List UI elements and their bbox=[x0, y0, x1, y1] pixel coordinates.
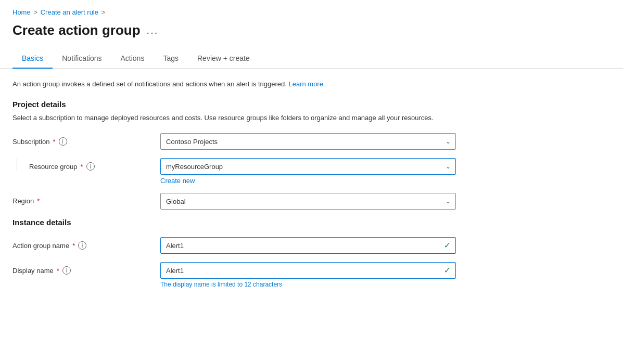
display-name-required: * bbox=[57, 267, 59, 275]
project-details-desc: Select a subscription to manage deployed… bbox=[12, 113, 456, 123]
breadcrumb-sep-1: > bbox=[34, 9, 37, 16]
action-group-name-input[interactable] bbox=[160, 237, 456, 254]
display-name-input[interactable] bbox=[160, 262, 456, 279]
region-required: * bbox=[37, 197, 40, 205]
display-name-info-icon[interactable]: i bbox=[62, 266, 71, 275]
display-name-label-col: Display name * i bbox=[12, 262, 148, 275]
tab-notifications[interactable]: Notifications bbox=[53, 49, 111, 69]
display-name-check-icon: ✓ bbox=[444, 266, 451, 275]
page-menu-icon[interactable]: ... bbox=[147, 24, 159, 36]
action-group-name-required: * bbox=[72, 242, 75, 250]
page-header: Create action group ... bbox=[0, 20, 623, 49]
action-group-name-check-icon: ✓ bbox=[444, 241, 451, 250]
resource-group-required: * bbox=[81, 163, 83, 171]
main-content: An action group invokes a defined set of… bbox=[0, 79, 468, 288]
resource-group-control: myResourceGroup (new) myResourceGroup ⌄ … bbox=[160, 158, 456, 185]
region-label-col: Region * bbox=[12, 193, 148, 205]
region-row: Region * Global East US West US West Eur… bbox=[12, 193, 456, 210]
subscription-select-wrapper: Contoso Projects Visual Studio Subscript… bbox=[160, 133, 456, 150]
resource-group-row: Resource group * i myResourceGroup (new)… bbox=[12, 158, 456, 185]
subscription-label: Subscription bbox=[12, 138, 50, 146]
display-name-control: ✓ The display name is limited to 12 char… bbox=[160, 262, 456, 288]
subscription-select[interactable]: Contoso Projects Visual Studio Subscript… bbox=[160, 133, 456, 150]
display-name-input-wrapper: ✓ bbox=[160, 262, 456, 279]
tab-review-create[interactable]: Review + create bbox=[188, 49, 259, 69]
breadcrumb-alert-rule[interactable]: Create an alert rule bbox=[41, 8, 98, 16]
region-select[interactable]: Global East US West US West Europe bbox=[160, 193, 456, 210]
learn-more-link[interactable]: Learn more bbox=[288, 80, 323, 88]
create-new-link[interactable]: Create new bbox=[160, 177, 195, 185]
subscription-info-icon[interactable]: i bbox=[59, 137, 67, 146]
resource-group-label: Resource group bbox=[29, 163, 78, 171]
resource-group-label-col: Resource group * i bbox=[12, 158, 148, 171]
tab-basics[interactable]: Basics bbox=[12, 49, 53, 69]
subscription-required: * bbox=[53, 138, 56, 146]
region-label: Region bbox=[12, 197, 34, 205]
display-name-label: Display name bbox=[12, 267, 54, 275]
intro-text: An action group invokes a defined set of… bbox=[12, 79, 456, 89]
action-group-name-label: Action group name bbox=[12, 242, 69, 250]
region-control: Global East US West US West Europe ⌄ bbox=[160, 193, 456, 210]
action-group-name-info-icon[interactable]: i bbox=[78, 241, 86, 250]
display-name-hint: The display name is limited to 12 charac… bbox=[160, 281, 456, 288]
tab-tags[interactable]: Tags bbox=[154, 49, 188, 69]
breadcrumb: Home > Create an alert rule > bbox=[0, 0, 623, 20]
subscription-control: Contoso Projects Visual Studio Subscript… bbox=[160, 133, 456, 150]
instance-details-title: Instance details bbox=[12, 218, 456, 227]
project-details-title: Project details bbox=[12, 100, 456, 109]
resource-group-info-icon[interactable]: i bbox=[86, 162, 95, 171]
subscription-label-col: Subscription * i bbox=[12, 133, 148, 146]
page-title: Create action group bbox=[12, 22, 141, 38]
action-group-name-input-wrapper: ✓ bbox=[160, 237, 456, 254]
subscription-row: Subscription * i Contoso Projects Visual… bbox=[12, 133, 456, 150]
region-select-wrapper: Global East US West US West Europe ⌄ bbox=[160, 193, 456, 210]
action-group-name-label-col: Action group name * i bbox=[12, 237, 148, 250]
action-group-name-row: Action group name * i ✓ bbox=[12, 237, 456, 254]
instance-details-section: Instance details Action group name * i ✓… bbox=[12, 218, 456, 288]
action-group-name-control: ✓ bbox=[160, 237, 456, 254]
breadcrumb-sep-2: > bbox=[101, 9, 105, 16]
breadcrumb-home[interactable]: Home bbox=[12, 8, 31, 16]
tab-actions[interactable]: Actions bbox=[111, 49, 154, 69]
display-name-row: Display name * i ✓ The display name is l… bbox=[12, 262, 456, 288]
resource-group-select-wrapper: myResourceGroup (new) myResourceGroup ⌄ bbox=[160, 158, 456, 175]
resource-group-select[interactable]: myResourceGroup (new) myResourceGroup bbox=[160, 158, 456, 175]
tab-bar: Basics Notifications Actions Tags Review… bbox=[0, 49, 623, 69]
